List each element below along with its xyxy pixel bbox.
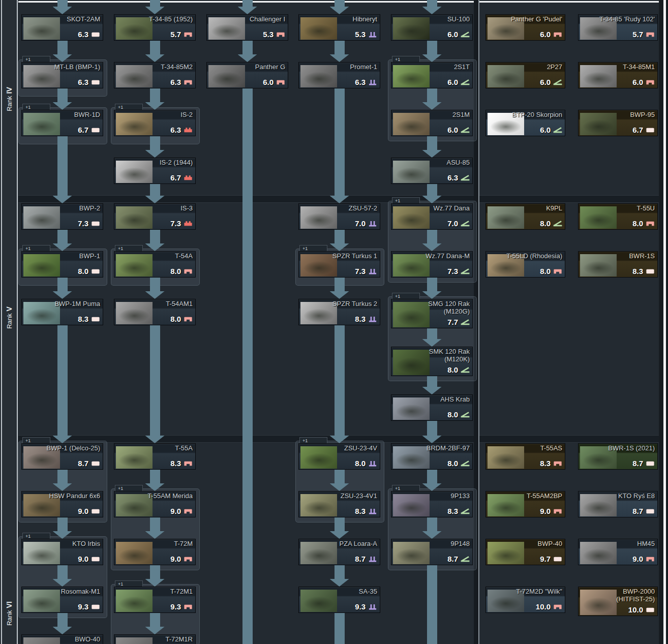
vehicle-card[interactable]: HSW Pandur 6x69.0 [21,491,103,517]
vehicle-card[interactable]: Wz.77 Dana7.0 [391,203,473,230]
vehicle-card[interactable]: T-54A8.0 [114,251,196,278]
vehicle-card[interactable]: Promet-16.3 [298,62,380,88]
vehicle-class-medium-icon [184,79,193,85]
vehicle-card[interactable]: 2P276.0 [485,62,565,88]
battle-rating-value: 6.3 [78,30,88,39]
vehicle-card[interactable]: BWP-1M Puma8.3 [21,299,103,325]
battle-rating-row: 9.3 [355,602,377,611]
vehicle-name: 9P148 [393,540,470,547]
vehicle-class-medium-icon [184,461,193,467]
vehicle-card[interactable]: T-55AM2BP9.0 [485,491,565,517]
vehicle-name: T-34-85M1 [581,63,655,71]
vehicle-card[interactable]: T-72M2D "Wilk"10.0 [485,587,565,613]
vehicle-class-medium-icon [184,316,193,322]
vehicle-card[interactable]: PZA Loara-A8.7 [298,539,380,565]
vehicle-card[interactable]: BWP-1 (Delco-25)8.7 [21,443,103,470]
vehicle-name: Panther G [209,63,285,71]
vehicle-card[interactable]: 2S1M6.0 [391,110,473,136]
vehicle-card[interactable]: BWO-40 [21,634,103,644]
vehicle-card[interactable]: T-72M1R [114,634,196,644]
vehicle-name: BWR-1S [581,252,655,260]
vehicle-card[interactable]: IS-37.3 [114,203,196,230]
vehicle-card[interactable]: Panther G 'Pudel'6.0 [485,14,565,41]
vehicle-card[interactable]: BWR-1S (2021)8.7 [578,443,658,470]
vehicle-card[interactable]: BWP-18.0 [21,251,103,278]
vehicle-name: T-72M2D "Wilk" [488,588,562,595]
vehicle-card[interactable]: ZSU-57-27.0 [298,203,380,230]
battle-rating-value: 8.7 [78,459,88,468]
battle-rating-row: 5.3 [263,30,285,39]
battle-rating-row: 10.0 [536,602,562,611]
vehicle-class-medium-icon [184,508,193,514]
vehicle-card[interactable]: Challenger I5.3 [206,14,288,41]
vehicle-card[interactable]: SPZR Turkus 28.3 [298,299,380,325]
vehicle-card[interactable]: K9PL8.0 [485,203,565,230]
battle-rating-row: 5.7 [170,30,193,39]
vehicle-card[interactable]: BWP-2000 (HITFIST-25)10.0 [578,587,658,616]
vehicle-card[interactable]: SKOT-2AM6.3 [21,14,103,41]
vehicle-card[interactable]: T-55AS8.3 [485,443,565,470]
vehicle-card[interactable]: IS-2 (1944)6.7 [114,158,196,184]
vehicle-card[interactable]: IS-26.3 [114,110,196,136]
vehicle-card[interactable]: T-55LD (Rhodesia)8.0 [485,251,565,278]
vehicle-card[interactable]: SU-1006.0 [391,14,473,41]
tree-connector-line [242,41,253,54]
vehicle-class-td-icon [461,508,470,514]
vehicle-card[interactable]: T-54AM18.0 [114,299,196,325]
arrow-connector [145,291,165,299]
vehicle-card[interactable]: KTO Ryś E88.7 [578,491,658,517]
vehicle-card[interactable]: T-72M9.0 [114,539,196,565]
vehicle-card[interactable]: T-55U8.0 [578,203,658,230]
vehicle-card[interactable]: BWP-956.7 [578,110,658,136]
battle-rating-row: 7.0 [447,219,470,228]
vehicle-card[interactable]: T-55A8.3 [114,443,196,470]
vehicle-card[interactable]: Panther G6.0 [206,62,288,88]
vehicle-card[interactable]: SPZR Turkus 17.3 [298,251,380,278]
vehicle-card[interactable]: ZSU-23-4V18.3 [298,491,380,517]
vehicle-card[interactable]: 9P1338.3 [391,491,473,517]
vehicle-name: Hibneryt [301,15,377,23]
battle-rating-row: 7.3 [355,267,377,275]
vehicle-card[interactable]: AHS Krab8.0 [391,394,473,421]
vehicle-card[interactable]: 9P1488.7 [391,539,473,565]
arrow-connector [330,54,349,62]
vehicle-card[interactable]: BWP-27.3 [21,203,103,230]
vehicle-card[interactable]: HM459.0 [578,539,658,565]
vehicle-card[interactable]: 2S1T6.0 [391,62,473,88]
vehicle-card[interactable]: KTO Irbis9.0 [21,539,103,565]
battle-rating-value: 9.0 [540,507,551,515]
vehicle-name: IS-2 [116,111,193,118]
vehicle-card[interactable]: SMG 120 Rak (M120G)7.7 [391,299,473,328]
vehicle-card[interactable]: ZSU-23-4V8.0 [298,443,380,470]
vehicle-name: SMK 120 Rak (M120K) [423,348,470,363]
vehicle-card[interactable]: BWR-1S8.3 [578,251,658,278]
vehicle-class-light-icon [91,604,100,610]
vehicle-card[interactable]: T-34-85 (1952)5.7 [114,14,196,41]
vehicle-card[interactable]: BWR-1D6.7 [21,110,103,136]
battle-rating-value: 5.7 [170,30,181,39]
vehicle-card[interactable]: BTP-20 Skorpion6.0 [485,110,565,136]
vehicle-card[interactable]: T-72M19.3 [114,587,196,613]
vehicle-card[interactable]: ASU-856.3 [391,158,473,184]
vehicle-card[interactable]: BRDM-2BF-978.0 [391,443,473,470]
vehicle-card[interactable]: SMK 120 Rak (M120K)8.0 [391,347,473,376]
arrow-connector [145,54,165,62]
vehicle-class-spaa-icon [368,604,377,610]
vehicle-card[interactable]: Wz.77 Dana-M7.3 [391,251,473,278]
vehicle-card[interactable]: MT-LB (BMP-1)6.3 [21,62,103,88]
vehicle-card[interactable]: T-34-85M26.3 [114,62,196,88]
vehicle-card[interactable]: T-55AM Merida9.0 [114,491,196,517]
vehicle-card[interactable]: SA-359.3 [298,587,380,613]
vehicle-card[interactable]: BWP-409.7 [485,539,565,565]
tree-connector-line [427,278,437,291]
vehicle-card[interactable]: Hibneryt5.3 [298,14,380,41]
battle-rating-value: 9.7 [540,555,551,563]
vehicle-name: KTO Ryś E8 [581,492,655,500]
battle-rating-row: 9.0 [78,555,100,563]
vehicle-class-td-icon [553,79,562,85]
vehicle-name: T-72M1R [116,635,193,643]
scrollbar-thumb[interactable] [663,0,666,644]
vehicle-card[interactable]: T-34-85M16.0 [578,62,658,88]
vehicle-card[interactable]: Rosomak-M19.3 [21,587,103,613]
vehicle-card[interactable]: T-34-85 'Rudy 102'5.7 [578,14,658,41]
